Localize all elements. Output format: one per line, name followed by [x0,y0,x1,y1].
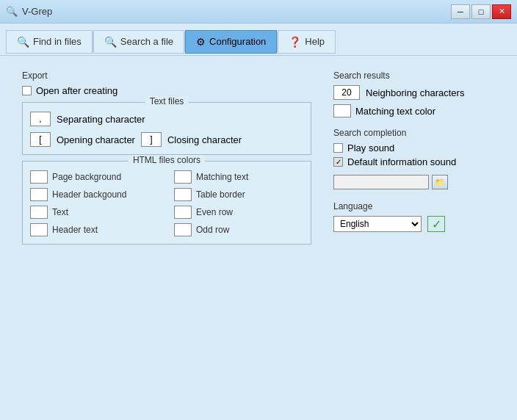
apply-icon: ✓ [432,217,441,231]
header-background-label: Header backgound [52,189,126,200]
find-in-files-icon: 🔍 [17,36,29,48]
header-background-swatch[interactable] [30,188,48,201]
tab-help[interactable]: ❓ Help [278,30,336,54]
sound-file-row: 📁 [333,175,495,189]
color-row-header-text: Header text [30,223,159,236]
text-files-legend: Text files [145,96,189,106]
matching-color-label: Matching text color [355,106,435,117]
play-sound-checkbox[interactable] [333,143,343,153]
even-row-label: Even row [196,207,233,217]
color-row-odd-row: Odd row [174,223,303,236]
open-after-creating-label: Open after creating [36,85,118,96]
header-text-swatch[interactable] [30,223,48,236]
matching-text-swatch[interactable] [174,170,192,184]
opening-char-row: Opening character Closing character [30,132,303,147]
title-bar-controls: ─ □ ✕ [451,4,511,19]
color-row-even-row: Even row [174,206,303,219]
open-after-creating-row: Open after creating [22,85,311,96]
text-files-group: Text files Separating character Opening … [22,102,311,155]
configuration-icon: ⚙ [196,36,206,48]
matching-text-label: Matching text [196,172,248,182]
closing-char-input[interactable] [141,132,162,147]
browse-icon: 📁 [435,178,445,187]
tab-search-a-file[interactable]: 🔍 Search a file [93,30,184,54]
page-background-label: Page background [52,172,121,182]
search-results-label: Search results [333,70,495,81]
color-row-header-bg: Header backgound [30,188,159,201]
table-border-swatch[interactable] [174,188,192,201]
tab-help-label: Help [305,36,325,47]
color-row-page-bg: Page background [30,170,159,184]
color-row-text: Text [30,206,159,219]
search-a-file-icon: 🔍 [104,36,117,48]
odd-row-label: Odd row [196,225,229,235]
close-button[interactable]: ✕ [492,4,511,19]
maximize-button[interactable]: □ [471,4,491,19]
separating-char-input[interactable] [30,112,51,126]
text-label: Text [52,207,68,217]
closing-char-label: Closing character [167,134,242,145]
tab-find-in-files-label: Find in files [33,36,82,47]
main-content: Export Open after creating Text files Se… [0,56,517,420]
even-row-swatch[interactable] [174,206,192,219]
tab-bar: 🔍 Find in files 🔍 Search a file ⚙ Config… [0,23,517,56]
export-label: Export [22,70,311,81]
header-text-label: Header text [52,225,98,235]
two-column-layout: Export Open after creating Text files Se… [22,70,495,245]
color-grid: Page background Matching text Header bac… [30,170,303,236]
help-icon: ❓ [289,36,301,48]
text-swatch[interactable] [30,206,48,219]
table-border-label: Table border [196,189,245,200]
matching-color-row: Matching text color [333,104,495,117]
color-row-matching-text: Matching text [174,170,303,184]
title-bar: 🔍 V-Grep ─ □ ✕ [0,0,517,23]
search-completion-label: Search completion [333,128,495,138]
html-files-group: HTML files colors Page background Matchi… [22,161,311,245]
window-title: V-Grep [22,6,52,17]
tab-configuration[interactable]: ⚙ Configuration [185,30,277,54]
matching-text-color-swatch[interactable] [333,104,351,117]
neighboring-label: Neighboring characters [366,87,464,98]
separating-char-row: Separating character [30,112,303,126]
app-icon: 🔍 [6,6,18,18]
odd-row-swatch[interactable] [174,223,192,236]
opening-char-input[interactable] [30,132,51,147]
separating-char-label: Separating character [57,114,145,125]
sound-file-input[interactable] [333,175,429,189]
tab-search-a-file-label: Search a file [120,36,173,47]
tab-configuration-label: Configuration [209,36,266,47]
play-sound-row: Play sound [333,142,495,153]
neighboring-row: Neighboring characters [333,85,495,100]
language-select[interactable]: English French German Spanish [333,216,422,232]
neighboring-count-input[interactable] [333,85,360,100]
page-background-swatch[interactable] [30,170,48,184]
left-panel: Export Open after creating Text files Se… [22,70,311,245]
tab-find-in-files[interactable]: 🔍 Find in files [6,30,93,54]
apply-language-button[interactable]: ✓ [427,216,445,232]
language-label: Language [333,201,495,211]
opening-char-label: Opening character [57,134,135,145]
title-bar-left: 🔍 V-Grep [6,6,52,18]
default-sound-label: Default information sound [347,156,456,167]
open-after-creating-checkbox[interactable] [22,86,32,95]
right-panel: Search results Neighboring characters Ma… [333,70,495,245]
browse-sound-button[interactable]: 📁 [432,175,448,189]
default-sound-checkbox[interactable] [333,157,343,167]
play-sound-label: Play sound [347,142,394,153]
minimize-button[interactable]: ─ [451,4,470,19]
html-files-legend: HTML files colors [129,155,205,165]
color-row-table-border: Table border [174,188,303,201]
language-row: English French German Spanish ✓ [333,216,495,232]
default-sound-row: Default information sound [333,156,495,167]
